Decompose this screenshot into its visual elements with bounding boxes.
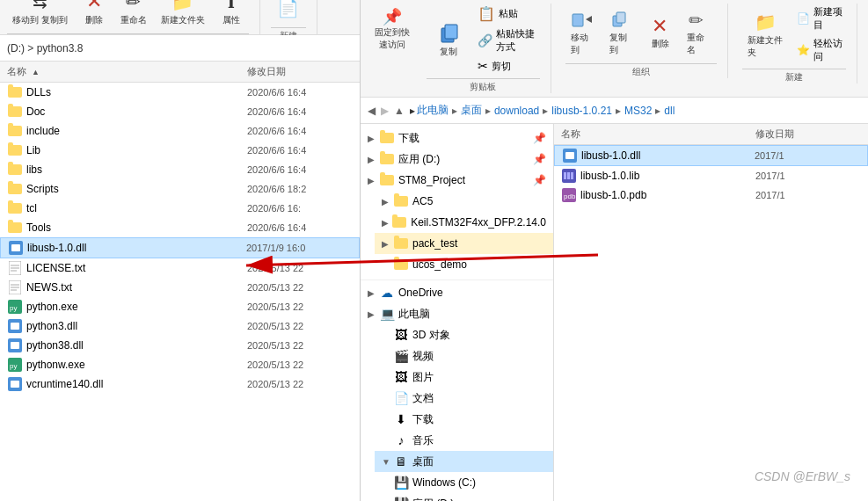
breadcrumb-desktop[interactable]: 桌面	[461, 103, 482, 118]
nav-item-onedrive[interactable]: ▶ ☁ OneDrive	[361, 282, 553, 303]
svg-text:py: py	[10, 362, 17, 370]
nav-item-c-drive[interactable]: 💾 Windows (C:)	[375, 472, 553, 493]
nav-arrow: ▶	[382, 197, 392, 207]
right-panel: 📌 固定到快速访问 复制 📋	[361, 0, 868, 501]
new-item-section: 📄 新建项目 ⭐ 轻松访问	[793, 4, 846, 65]
paste-shortcut-btn[interactable]: 🔗 粘贴快捷方式	[474, 25, 540, 55]
list-item[interactable]: tcl 2020/6/6 16:	[0, 199, 360, 218]
right-name-col: 名称	[561, 127, 755, 141]
list-item[interactable]: python3.dll 2020/5/13 22	[0, 316, 360, 336]
list-item[interactable]: LICENSE.txt 2020/5/13 22	[0, 258, 360, 278]
file-date: 2020/5/13 22	[247, 340, 353, 351]
left-file-list[interactable]: 名称 ▲ 修改日期 DLLs 2020/6/6 16:4 Doc 2020/6/…	[0, 62, 360, 501]
breadcrumb-this-pc[interactable]: 此电脑	[417, 103, 449, 118]
nav-item-ucos[interactable]: ucos_demo	[375, 254, 553, 275]
list-item[interactable]: python38.dll 2020/5/13 22	[0, 336, 360, 355]
right-file-header: 名称 修改日期	[554, 124, 868, 145]
back-btn[interactable]: ◀	[368, 105, 376, 117]
file-name: libusb-1.0.pdb	[580, 189, 755, 201]
nav-item-downloads[interactable]: ▶ 下载 📌	[361, 127, 553, 149]
breadcrumb-ms32[interactable]: MS32	[624, 105, 652, 117]
delete-btn[interactable]: ✕ 删除	[643, 10, 678, 54]
libusb-lib-item[interactable]: libusb-1.0.lib 2017/1	[554, 166, 868, 185]
file-date: 2020/5/13 22	[247, 301, 353, 312]
nav-item-docs[interactable]: 📄 文档	[375, 388, 553, 409]
right-file-list[interactable]: 名称 修改日期 libusb-1.0.dll 2017/1	[554, 124, 868, 501]
nav-label: Keil.STM32F4xx_DFP.2.14.0	[411, 216, 546, 229]
rename-btn-left[interactable]: ✏ 重命名	[115, 0, 152, 30]
nav-item-desktop[interactable]: ▼ 🖥 桌面	[375, 451, 553, 472]
nav-separator	[361, 277, 553, 280]
nav-item-video[interactable]: 🎬 视频	[375, 345, 553, 367]
nav-item-3d[interactable]: 🖼 3D 对象	[375, 324, 553, 345]
list-item[interactable]: py python.exe 2020/5/13 22	[0, 297, 360, 316]
cut-btn[interactable]: ✂ 剪切	[474, 57, 540, 75]
nav-label: 音乐	[412, 433, 434, 448]
list-item[interactable]: Doc 2020/6/6 16:4	[0, 102, 360, 121]
breadcrumb-libusb[interactable]: libusb-1.0.21	[551, 105, 612, 117]
libusb-dll-item-left[interactable]: libusb-1.0.dll 2017/1/9 16:0	[0, 237, 360, 258]
list-item[interactable]: Lib 2020/6/6 16:4	[0, 141, 360, 160]
new-item-icon-left: 📄	[276, 0, 301, 20]
new-item-btn[interactable]: 📄 新建项目	[793, 4, 846, 33]
nav-label: ucos_demo	[412, 258, 467, 271]
new-item-btn-left[interactable]: 📄	[271, 0, 306, 24]
easy-access-btn[interactable]: ⭐ 轻松访问	[793, 35, 846, 65]
nav-item-keil[interactable]: ▶ Keil.STM32F4xx_DFP.2.14.0	[375, 212, 553, 233]
copy-to-btn[interactable]: 复制到	[604, 4, 639, 60]
exe-icon: py	[7, 358, 23, 372]
list-item[interactable]: DLLs 2020/6/6 16:4	[0, 83, 360, 102]
pin-btn[interactable]: 📌 固定到快速访问	[368, 4, 416, 54]
folder-icon	[7, 143, 23, 157]
svg-rect-15	[11, 342, 19, 349]
nav-item-dl[interactable]: ⬇ 下载	[375, 409, 553, 430]
list-item[interactable]: py pythonw.exe 2020/5/13 22	[0, 355, 360, 374]
nav-item-pack-test[interactable]: ▶ pack_test	[375, 233, 553, 254]
nav-item-this-pc[interactable]: ▶ 💻 此电脑	[361, 303, 553, 324]
copy-btn[interactable]: 复制	[427, 18, 470, 62]
nav-item-ac5[interactable]: ▶ AC5	[375, 191, 553, 212]
dll-icon	[7, 377, 23, 391]
list-item[interactable]: include 2020/6/6 16:4	[0, 121, 360, 141]
lib-icon	[561, 169, 577, 183]
delete-btn-left[interactable]: ✕ 删除	[77, 0, 112, 30]
nav-label: STM8_Project	[398, 174, 465, 186]
list-item[interactable]: NEWS.txt 2020/5/13 22	[0, 278, 360, 297]
new-folder-btn[interactable]: 📁 新建文件夹	[742, 6, 790, 62]
folder-icon	[7, 105, 23, 119]
pc-icon: 💻	[380, 307, 394, 321]
copy-to-label: 复制到	[609, 32, 634, 56]
forward-btn[interactable]: ▶	[381, 105, 389, 117]
libusb-pdb-item[interactable]: pdb libusb-1.0.pdb 2017/1	[554, 185, 868, 205]
move-copy-btn[interactable]: ⇆ 移动到 复制到	[7, 0, 73, 30]
nav-item-stm8[interactable]: ▶ STM8_Project 📌	[361, 170, 553, 191]
nav-item-app[interactable]: ▶ 应用 (D:) 📌	[361, 149, 553, 170]
libusb-dll-item-right[interactable]: libusb-1.0.dll 2017/1	[554, 145, 868, 166]
delete-label: 删除	[652, 38, 669, 50]
list-item[interactable]: vcruntime140.dll 2020/5/13 22	[0, 374, 360, 394]
nav-item-music[interactable]: ♪ 音乐	[375, 430, 553, 451]
list-item[interactable]: libs 2020/6/6 16:4	[0, 160, 360, 179]
move-copy-label: 移动到 复制到	[12, 14, 68, 26]
rename-btn[interactable]: ✏ 重命名	[682, 4, 717, 60]
folder-icon	[7, 163, 23, 177]
folder-icon	[7, 201, 23, 215]
breadcrumb-download[interactable]: download	[494, 105, 539, 117]
list-item[interactable]: Tools 2020/6/6 16:4	[0, 218, 360, 237]
move-btn[interactable]: 移动到	[565, 4, 601, 60]
up-btn[interactable]: ▲	[394, 105, 405, 117]
list-item[interactable]: Scripts 2020/6/6 18:2	[0, 179, 360, 199]
bc-sep3: ▸	[543, 105, 548, 117]
breadcrumb-dll[interactable]: dll	[664, 105, 675, 117]
paste-section: 📋 粘贴 🔗 粘贴快捷方式 ✂ 剪切	[474, 4, 540, 75]
paste-btn[interactable]: 📋 粘贴	[474, 4, 540, 24]
nav-item-pictures[interactable]: 🖼 图片	[375, 367, 553, 388]
file-date: 2020/6/6 16:4	[247, 164, 353, 175]
new-folder-btn-left[interactable]: 📁 新建文件夹	[156, 0, 210, 30]
props-btn-left[interactable]: ℹ 属性	[214, 0, 249, 30]
props-label-left: 属性	[222, 14, 240, 26]
nav-arrow: ▶	[368, 134, 378, 143]
nav-item-d-drive[interactable]: 💾 应用 (D:)	[375, 493, 553, 501]
left-new-content: 📄	[271, 0, 306, 24]
rename-label-left: 重命名	[120, 14, 147, 26]
